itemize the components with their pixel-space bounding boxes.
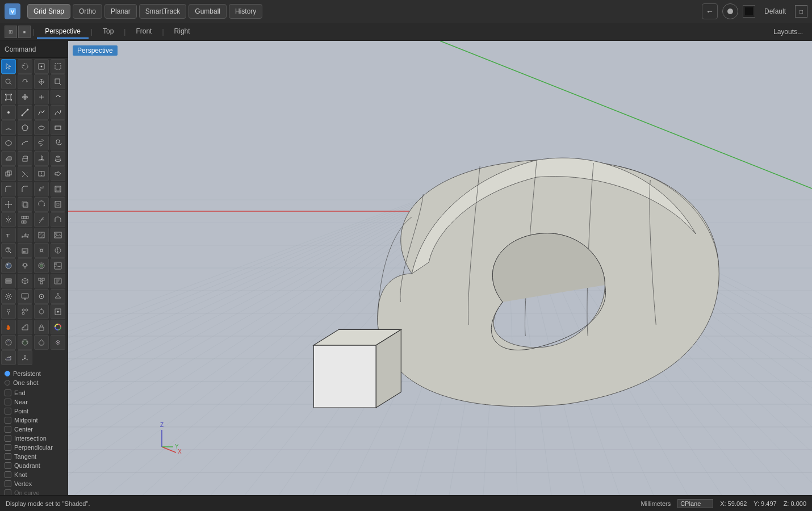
smart-track-button[interactable]: SmartTrack [139,4,187,19]
rotate-view-tool[interactable] [18,74,32,89]
rotate3d-tool[interactable] [34,197,49,212]
mirror-tool[interactable] [1,212,16,227]
gumball-button[interactable]: Gumball [189,4,227,19]
extra-tool-9[interactable] [1,335,16,350]
transform-tool[interactable] [34,59,49,74]
cplane-orient-tool[interactable] [18,350,32,365]
snap-knot[interactable]: Knot [5,471,63,479]
join-tool[interactable] [51,166,65,181]
dim-tool[interactable]: dim [18,228,32,242]
snap-perpendicular-checkbox[interactable] [5,444,11,451]
block-tool[interactable] [18,274,32,288]
settings-tool[interactable] [1,289,16,304]
box-select-tool[interactable] [51,59,65,74]
snap-settings-tool[interactable] [34,289,49,304]
loft-tool[interactable] [51,151,65,166]
tab-front[interactable]: Front [128,25,160,39]
snap-intersection-checkbox[interactable] [5,435,11,442]
rotate-obj-tool[interactable] [51,90,65,104]
layouts-button[interactable]: Layouts... [769,26,807,38]
cplane-tool[interactable] [51,289,65,304]
zoom-tool[interactable] [1,74,16,89]
render-tool[interactable] [1,258,16,273]
snap-center[interactable]: Center [5,425,63,433]
bounding-tool[interactable] [34,243,49,258]
lasso-tool[interactable] [18,59,32,74]
split-tool[interactable] [34,166,49,181]
ellipse-tool[interactable] [34,120,49,135]
persistent-snap[interactable]: Persistent [5,370,63,378]
chamfer-tool[interactable] [18,182,32,196]
text-tool[interactable]: T [1,228,16,242]
pan-tool[interactable] [34,74,49,89]
tab-perspective[interactable]: Perspective [37,25,89,39]
planar-button[interactable]: Planar [104,4,137,19]
light-tool[interactable] [18,258,32,273]
scale-tool[interactable] [51,197,65,212]
grid-snap-button[interactable]: Grid Snap [27,4,70,19]
revolve-tool[interactable] [34,151,49,166]
snap-perpendicular[interactable]: Perpendicular [5,443,63,451]
extra-tool-10[interactable] [18,335,32,350]
extra-tool-3[interactable] [34,304,49,319]
display-tool[interactable] [18,289,32,304]
extra-tool-6[interactable] [18,320,32,334]
snap-quadrant[interactable]: Quadrant [5,462,63,470]
extra-tool-1[interactable] [1,304,16,319]
snap-vertex-checkbox[interactable] [5,480,11,487]
zoom-window-tool[interactable] [51,74,65,89]
tab-top[interactable]: Top [95,25,122,39]
extrude-tool[interactable] [18,151,32,166]
snap-end[interactable]: End [5,389,63,397]
extra-tool-12[interactable] [51,335,65,350]
copy-tool[interactable] [18,197,32,212]
snap-tangent[interactable]: Tangent [5,453,63,460]
snap-near[interactable]: Near [5,398,63,406]
snap-center-checkbox[interactable] [5,426,11,433]
extra-tool-2[interactable] [18,304,32,319]
color-swatch[interactable] [743,5,755,18]
mass-tool[interactable]: m [18,243,32,258]
snap-on-curve-checkbox[interactable] [5,489,11,495]
tab-right[interactable]: Right [166,25,198,39]
one-shot-radio[interactable] [5,380,10,386]
zebra-tool[interactable] [51,243,65,258]
pan-view-tool[interactable] [34,90,49,104]
polyline-tool[interactable] [34,105,49,120]
cursor-tool[interactable] [1,59,16,74]
picture-tool[interactable] [51,228,65,242]
point-tool[interactable] [1,105,16,120]
named-tool[interactable] [51,274,65,288]
trim-tool[interactable] [18,166,32,181]
snap-midpoint[interactable]: Midpoint [5,416,63,424]
snap-knot-checkbox[interactable] [5,471,11,478]
material-tool[interactable] [34,258,49,273]
group-tool[interactable] [34,274,49,288]
arc-tool[interactable] [1,120,16,135]
record-button[interactable] [722,3,738,19]
viewport[interactable]: Perspective [68,41,812,495]
bend-tool[interactable] [51,212,65,227]
polygon-tool[interactable] [1,136,16,150]
snap-point[interactable]: Point [5,407,63,415]
spiral-tool[interactable] [51,136,65,150]
freeform-tool[interactable] [18,136,32,150]
snap-vertex[interactable]: Vertex [5,480,63,488]
extra-tool-11[interactable] [34,335,49,350]
environment-tool[interactable] [51,258,65,273]
back-button[interactable]: ← [702,3,718,19]
cplane-select[interactable]: CPlane World [677,499,713,508]
snap-point-checkbox[interactable] [5,408,11,414]
zoom-extents-tool[interactable] [1,90,16,104]
snap-intersection[interactable]: Intersection [5,434,63,442]
snap-quadrant-checkbox[interactable] [5,462,11,469]
extra-tool-13[interactable] [1,350,16,365]
color-wheel-tool[interactable] [51,320,65,334]
snap-on-curve[interactable]: On curve [5,489,63,495]
snap-near-checkbox[interactable] [5,399,11,405]
rectangle-tool[interactable] [51,120,65,135]
line-tool[interactable] [18,105,32,120]
viewport-grid-icon[interactable]: ⊞ [5,26,17,38]
ortho-button[interactable]: Ortho [73,4,102,19]
boolean-tool[interactable] [1,166,16,181]
